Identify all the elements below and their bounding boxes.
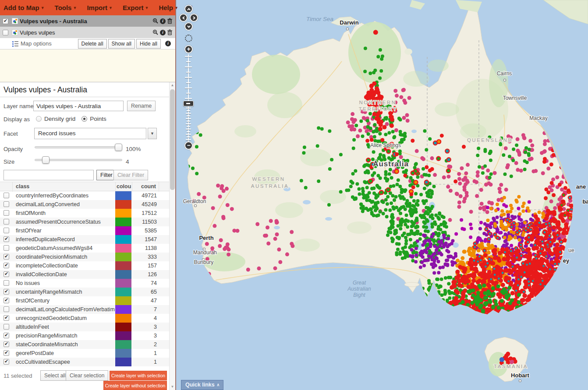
facet-row[interactable]: uncertaintyRangeMismatch65 (0, 288, 169, 296)
pan-left-button[interactable] (179, 14, 188, 22)
clear-selection-button[interactable]: Clear selection (66, 370, 108, 381)
create-layer-without-selection-button[interactable]: Create layer without selection (103, 381, 167, 390)
panel-resize-edge[interactable] (175, 0, 176, 390)
facet-row[interactable]: firstOfCentury47 (0, 296, 169, 305)
rename-button[interactable]: Rename (127, 101, 156, 111)
clear-filter-button[interactable]: Clear Filter (113, 170, 148, 180)
facet-row[interactable]: countryInferredByCoordinates49721 (0, 191, 169, 200)
facet-checkbox[interactable] (4, 333, 9, 338)
size-slider-handle[interactable] (42, 156, 50, 164)
facet-checkbox[interactable] (4, 280, 9, 286)
facet-checkbox[interactable] (4, 210, 9, 216)
pan-down-button[interactable] (184, 22, 193, 31)
facet-checkbox[interactable] (4, 350, 9, 356)
zoom-extent-icon[interactable] (185, 35, 192, 42)
layer-row-active[interactable]: Vulpes vulpes - Australia i (0, 15, 175, 27)
density-grid-radio[interactable] (36, 116, 42, 122)
column-header-class[interactable]: class (16, 183, 29, 190)
filter-input[interactable] (4, 170, 94, 180)
delete-layer-icon[interactable] (167, 29, 173, 35)
map-options-label[interactable]: Map options (21, 40, 77, 47)
layer-name-label[interactable]: Vulpes vulpes (20, 29, 152, 36)
density-grid-label[interactable]: Density grid (44, 116, 75, 122)
menu-tools[interactable]: Tools▼ (55, 4, 77, 11)
facet-colour-swatch (115, 253, 131, 261)
facet-row[interactable]: occCultivatedEscapee1 (0, 358, 169, 366)
layer-checkbox[interactable] (3, 30, 8, 35)
points-label[interactable]: Points (90, 116, 106, 122)
facet-checkbox[interactable] (4, 341, 9, 347)
layer-name-label[interactable]: Vulpes vulpes - Australia (20, 18, 152, 25)
menu-add-to-map[interactable]: Add to Map▼ (4, 4, 45, 11)
facet-row[interactable]: assumedPresentOccurrenceStatus11503 (0, 218, 169, 226)
layer-row[interactable]: Vulpes vulpes i (0, 27, 175, 38)
layer-info-icon[interactable]: i (160, 30, 166, 35)
delete-layer-icon[interactable] (167, 18, 173, 24)
facet-dropdown-button[interactable]: ▼ (148, 128, 157, 139)
facet-checkbox[interactable] (4, 219, 9, 225)
layer-name-input[interactable] (33, 101, 124, 111)
panel-scrollbar[interactable]: ▲ ▼ (169, 82, 175, 390)
facet-row[interactable]: incompleteCollectionDate157 (0, 261, 169, 270)
facet-row[interactable]: firstOfYear5385 (0, 226, 169, 235)
map-area[interactable]: Timor SeaDarwinNORTHERNTERRITORYWESTERNA… (175, 0, 588, 390)
show-all-button[interactable]: Show all (108, 39, 135, 49)
facet-checkbox[interactable] (4, 324, 9, 330)
quick-links-tab[interactable]: Quick links∧ (181, 380, 223, 390)
zoom-in-button[interactable]: + (184, 45, 193, 53)
column-header-colour[interactable]: colou (117, 183, 131, 190)
facet-checkbox[interactable] (4, 298, 9, 303)
facet-row[interactable]: decimalLatLongConverted45249 (0, 200, 169, 209)
size-slider[interactable] (35, 159, 122, 161)
facet-checkbox[interactable] (4, 289, 9, 295)
opacity-slider[interactable] (35, 146, 122, 148)
facet-checkbox[interactable] (4, 263, 9, 268)
opacity-slider-handle[interactable] (115, 144, 122, 151)
points-radio[interactable] (81, 116, 87, 122)
zoom-to-layer-icon[interactable] (152, 29, 159, 35)
facet-count: 333 (148, 254, 157, 260)
facet-checkbox[interactable] (4, 254, 9, 260)
facet-row[interactable]: inferredDuplicateRecord1547 (0, 235, 169, 244)
scroll-down-icon[interactable]: ▼ (170, 384, 175, 390)
facet-checkbox[interactable] (4, 359, 9, 365)
facet-checkbox[interactable] (4, 315, 9, 321)
column-header-count[interactable]: count (141, 183, 156, 190)
facet-checkbox[interactable] (4, 201, 9, 207)
zoom-to-layer-icon[interactable] (152, 18, 159, 24)
facet-row[interactable]: geodeticDatumAssumedWgs841138 (0, 244, 169, 253)
zoom-slider-handle[interactable] (183, 101, 194, 106)
facet-checkbox[interactable] (4, 193, 9, 198)
pan-up-button[interactable] (184, 5, 193, 13)
facet-row[interactable]: precisionRangeMismatch3 (0, 331, 169, 340)
facet-select[interactable]: Record issues (34, 128, 146, 139)
hide-all-button[interactable]: Hide all (136, 39, 161, 49)
menu-import[interactable]: Import▼ (87, 4, 113, 11)
facet-class-label: countryInferredByCoordinates (16, 193, 89, 199)
scroll-up-icon[interactable]: ▲ (170, 82, 175, 88)
facet-row[interactable]: unrecognizedGeodeticDatum4 (0, 314, 169, 323)
select-all-button[interactable]: Select all (40, 370, 70, 381)
facet-checkbox[interactable] (4, 271, 9, 277)
facet-row[interactable]: invalidCollectionDate126 (0, 270, 169, 279)
facet-row[interactable]: georefPostDate1 (0, 349, 169, 358)
facet-row[interactable]: coordinatePrecisionMismatch333 (0, 253, 169, 261)
create-layer-with-selection-button[interactable]: Create layer with selection (110, 371, 167, 380)
zoom-out-button[interactable]: − (184, 141, 193, 150)
facet-row[interactable]: altitudeInFeet3 (0, 323, 169, 331)
facet-row[interactable]: stateCoordinateMismatch2 (0, 340, 169, 349)
facet-checkbox[interactable] (4, 245, 9, 251)
layer-checkbox[interactable] (3, 18, 8, 24)
map-options-info-icon[interactable]: i (165, 41, 171, 46)
menu-export[interactable]: Export▼ (123, 4, 149, 11)
facet-checkbox[interactable] (4, 228, 9, 233)
facet-checkbox[interactable] (4, 236, 9, 242)
facet-row[interactable]: No issues74 (0, 279, 169, 288)
delete-all-button[interactable]: Delete all (78, 39, 107, 49)
layer-info-icon[interactable]: i (160, 18, 166, 24)
facet-checkbox[interactable] (4, 306, 9, 312)
facet-row[interactable]: decimalLatLongCalculatedFromVerbatim7 (0, 305, 169, 314)
pan-right-button[interactable] (190, 14, 198, 22)
facet-row[interactable]: firstOfMonth17512 (0, 209, 169, 218)
scrollbar-thumb[interactable] (170, 89, 175, 190)
